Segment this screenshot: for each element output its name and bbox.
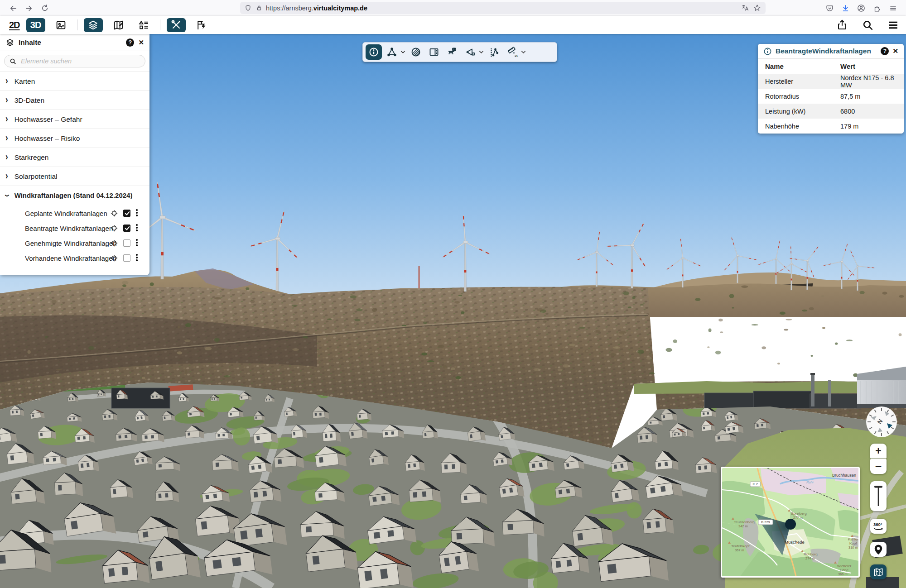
group-hochwasser-risiko[interactable]: ›Hochwasser – Risiko: [0, 129, 149, 148]
chevron-right-icon: ›: [5, 114, 8, 125]
chimney: [811, 374, 814, 406]
zoom-to-icon[interactable]: [110, 254, 118, 262]
svg-text:Kopf: Kopf: [849, 541, 857, 545]
chevron-right-icon: ›: [5, 171, 8, 182]
layer-checkbox[interactable]: [123, 254, 130, 262]
view-3d-button[interactable]: 3D: [26, 18, 45, 32]
table-row: Leistung (kW)6800: [758, 104, 904, 119]
account-icon[interactable]: [855, 2, 867, 14]
list-legend-icon: [138, 19, 149, 31]
shaded-circle-icon: [410, 47, 421, 57]
group-karten[interactable]: ›Karten: [0, 72, 149, 91]
bookmark-star-icon[interactable]: [753, 4, 761, 12]
measure-2d-tool-button[interactable]: 2D: [504, 44, 520, 60]
kebab-menu-icon[interactable]: [136, 209, 138, 216]
puzzle-icon: [873, 5, 881, 12]
close-icon[interactable]: ✕: [138, 38, 144, 47]
app-menu-button[interactable]: [883, 18, 902, 32]
zoom-to-icon[interactable]: [110, 209, 118, 217]
zoom-to-icon[interactable]: [110, 239, 118, 247]
view-cone-icon: [465, 47, 476, 57]
browser-reload-button[interactable]: [39, 2, 51, 14]
profile-tool-button[interactable]: [486, 44, 502, 60]
info-icon: [368, 47, 379, 57]
legend-map-button[interactable]: [109, 18, 128, 32]
layers-button[interactable]: [84, 18, 103, 32]
home-location-button[interactable]: [870, 542, 887, 557]
caret-down-icon[interactable]: [400, 50, 405, 54]
layers-icon: [5, 38, 14, 47]
browser-forward-button[interactable]: [23, 2, 34, 14]
legend-list-button[interactable]: [135, 18, 154, 32]
flight-settings-button[interactable]: [192, 18, 211, 32]
close-icon[interactable]: ✕: [892, 47, 898, 55]
pocket-icon[interactable]: [824, 2, 835, 14]
svg-text:360°: 360°: [873, 522, 882, 527]
layer-item-genehmigte[interactable]: Genehmigte Windkraftanlagen: [0, 236, 149, 251]
group-label: Hochwasser – Gefahr: [14, 115, 82, 124]
group-3d-daten[interactable]: ›3D-Daten: [0, 91, 149, 110]
layer-checkbox[interactable]: [123, 239, 130, 247]
compass[interactable]: N: [866, 406, 897, 438]
rotate-icon: 360°: [872, 521, 885, 532]
area-select-tool-button[interactable]: [384, 44, 400, 60]
viewshed-tool-button[interactable]: [462, 44, 478, 60]
overview-map-toggle-button[interactable]: [870, 564, 887, 579]
info-tool-button[interactable]: [366, 44, 382, 60]
zoom-to-icon[interactable]: [110, 224, 118, 232]
kebab-menu-icon[interactable]: [136, 254, 138, 261]
overview-map[interactable]: K 2B 229 BruchhausenRuhrSpreiberg277 mTe…: [721, 467, 860, 578]
account-icon: [857, 4, 865, 12]
caret-down-icon[interactable]: [521, 50, 526, 54]
caret-down-icon[interactable]: [479, 50, 484, 54]
extensions-icon[interactable]: [871, 2, 883, 14]
hamburger-icon: [889, 5, 897, 12]
search-input[interactable]: [20, 57, 130, 65]
layer-checkbox[interactable]: [123, 225, 130, 232]
app-toolbar: 2D 3D: [0, 16, 906, 34]
help-icon[interactable]: ?: [881, 47, 889, 55]
search-button[interactable]: [858, 18, 877, 32]
table-row: Rotorradius87,5 m: [758, 89, 904, 104]
layer-item-vorhandene[interactable]: Vorhandene Windkraftanlagen: [0, 251, 149, 266]
svg-text:K 2: K 2: [753, 482, 758, 486]
browser-back-button[interactable]: [7, 2, 19, 14]
pedestrian-view-tool-button[interactable]: [444, 44, 460, 60]
layer-item-beantragte[interactable]: Beantragte Windkraftanlagen: [0, 221, 149, 236]
translate-icon[interactable]: [741, 4, 749, 12]
svg-text:Bruchhausen: Bruchhausen: [832, 473, 856, 478]
group-hochwasser-gefahr[interactable]: ›Hochwasser – Gefahr: [0, 110, 149, 129]
split-view-tool-button[interactable]: [426, 44, 442, 60]
search-box[interactable]: [4, 55, 145, 67]
table-row: Nabenhöhe179 m: [758, 119, 904, 134]
svg-text:Rohberg: Rohberg: [804, 552, 818, 556]
group-starkregen[interactable]: ›Starkregen: [0, 148, 149, 167]
browser-menu-icon[interactable]: [887, 2, 899, 14]
zoom-in-button[interactable]: +: [870, 444, 887, 459]
layer-item-geplante[interactable]: Geplante Windkraftanlagen: [0, 206, 149, 221]
downloads-icon[interactable]: [839, 2, 851, 14]
rotate-360-button[interactable]: 360°: [870, 519, 887, 534]
kebab-menu-icon[interactable]: [136, 224, 138, 231]
layer-checkbox[interactable]: [123, 210, 130, 217]
map-icon: [873, 568, 883, 577]
content-panel-header: Inhalte ? ✕: [0, 34, 149, 51]
svg-text:Teufelskopf: Teufelskopf: [731, 544, 750, 548]
tools-button[interactable]: [167, 18, 186, 32]
group-windkraftanlagen[interactable]: ›Windkraftanlagen (Stand 04.12.2024): [0, 186, 149, 205]
shadow-tool-button[interactable]: [408, 44, 424, 60]
kebab-menu-icon[interactable]: [136, 239, 138, 246]
screenshot-button[interactable]: [52, 18, 71, 32]
slider-icon: [872, 483, 885, 509]
svg-text:Wicheler: Wicheler: [837, 564, 851, 568]
svg-text:366 m: 366 m: [838, 572, 848, 576]
view-2d-button[interactable]: 2D: [9, 20, 20, 30]
help-icon[interactable]: ?: [126, 38, 134, 47]
group-solarpotential[interactable]: ›Solarpotential: [0, 167, 149, 186]
svg-text:Ruhr: Ruhr: [806, 480, 814, 484]
toolbar-separator: [77, 19, 77, 30]
url-bar[interactable]: https://arnsberg.virtualcitymap.de: [240, 2, 766, 14]
share-button[interactable]: [833, 18, 852, 32]
tilt-slider[interactable]: [870, 481, 887, 511]
zoom-out-button[interactable]: −: [870, 459, 887, 474]
